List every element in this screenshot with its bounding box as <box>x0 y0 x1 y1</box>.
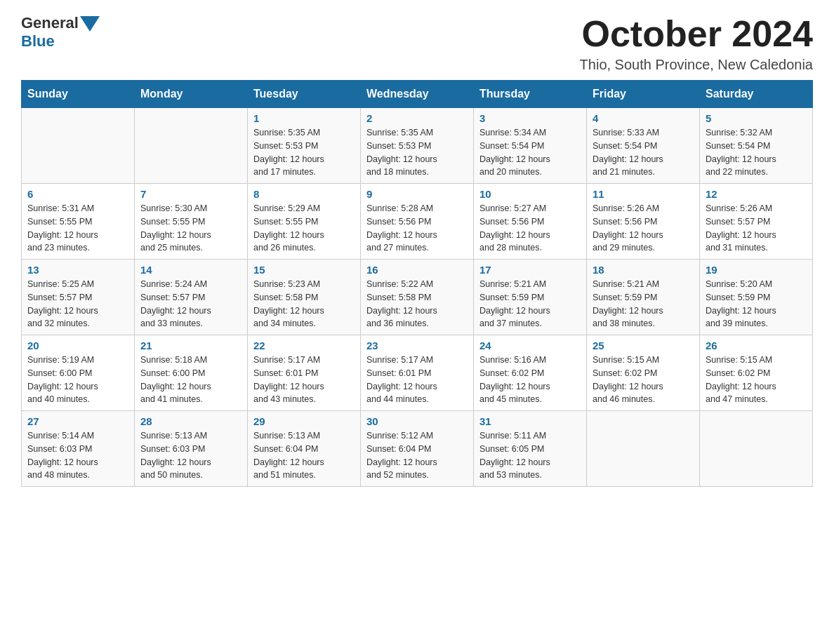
day-number: 13 <box>27 264 128 276</box>
calendar-cell: 27Sunrise: 5:14 AMSunset: 6:03 PMDayligh… <box>22 411 135 487</box>
calendar-cell: 24Sunrise: 5:16 AMSunset: 6:02 PMDayligh… <box>474 335 587 411</box>
day-info: Sunrise: 5:31 AMSunset: 5:55 PMDaylight:… <box>27 202 128 255</box>
day-info: Sunrise: 5:27 AMSunset: 5:56 PMDaylight:… <box>479 202 581 255</box>
calendar-cell <box>22 108 135 184</box>
calendar-cell: 10Sunrise: 5:27 AMSunset: 5:56 PMDayligh… <box>474 184 587 260</box>
weekday-header-saturday: Saturday <box>700 81 813 108</box>
calendar-cell: 5Sunrise: 5:32 AMSunset: 5:54 PMDaylight… <box>700 108 813 184</box>
day-number: 5 <box>706 112 807 124</box>
calendar-cell: 1Sunrise: 5:35 AMSunset: 5:53 PMDaylight… <box>248 108 361 184</box>
day-number: 12 <box>706 188 807 200</box>
day-info: Sunrise: 5:20 AMSunset: 5:59 PMDaylight:… <box>706 278 807 330</box>
day-info: Sunrise: 5:17 AMSunset: 6:01 PMDaylight:… <box>366 354 468 406</box>
day-info: Sunrise: 5:21 AMSunset: 5:59 PMDaylight:… <box>479 278 581 330</box>
day-info: Sunrise: 5:16 AMSunset: 6:02 PMDaylight:… <box>479 354 581 406</box>
calendar-cell: 23Sunrise: 5:17 AMSunset: 6:01 PMDayligh… <box>361 335 474 411</box>
location-title: Thio, South Province, New Caledonia <box>580 57 813 73</box>
weekday-header-monday: Monday <box>135 81 248 108</box>
day-number: 27 <box>27 415 128 427</box>
logo-blue-text: Blue <box>21 32 55 51</box>
day-info: Sunrise: 5:25 AMSunset: 5:57 PMDaylight:… <box>27 278 128 330</box>
day-number: 24 <box>479 340 581 351</box>
day-info: Sunrise: 5:34 AMSunset: 5:54 PMDaylight:… <box>479 126 581 179</box>
weekday-header-row: SundayMondayTuesdayWednesdayThursdayFrid… <box>22 81 813 108</box>
day-info: Sunrise: 5:33 AMSunset: 5:54 PMDaylight:… <box>593 126 694 179</box>
day-info: Sunrise: 5:26 AMSunset: 5:56 PMDaylight:… <box>593 202 694 255</box>
calendar-cell: 26Sunrise: 5:15 AMSunset: 6:02 PMDayligh… <box>700 335 813 411</box>
day-number: 10 <box>479 188 581 200</box>
day-number: 20 <box>27 340 128 351</box>
calendar-cell: 21Sunrise: 5:18 AMSunset: 6:00 PMDayligh… <box>135 335 248 411</box>
day-number: 6 <box>27 188 128 200</box>
logo-triangle-icon <box>80 16 100 32</box>
calendar-cell: 15Sunrise: 5:23 AMSunset: 5:58 PMDayligh… <box>248 260 361 335</box>
calendar-cell: 29Sunrise: 5:13 AMSunset: 6:04 PMDayligh… <box>248 411 361 487</box>
day-info: Sunrise: 5:15 AMSunset: 6:02 PMDaylight:… <box>706 354 807 406</box>
day-number: 19 <box>706 264 807 276</box>
calendar-week-row: 1Sunrise: 5:35 AMSunset: 5:53 PMDaylight… <box>22 108 813 184</box>
calendar-body: 1Sunrise: 5:35 AMSunset: 5:53 PMDaylight… <box>22 108 813 487</box>
day-number: 18 <box>593 264 694 276</box>
day-info: Sunrise: 5:26 AMSunset: 5:57 PMDaylight:… <box>706 202 807 255</box>
day-number: 7 <box>140 188 241 200</box>
day-info: Sunrise: 5:13 AMSunset: 6:03 PMDaylight:… <box>140 429 241 482</box>
day-info: Sunrise: 5:28 AMSunset: 5:56 PMDaylight:… <box>366 202 468 255</box>
day-info: Sunrise: 5:17 AMSunset: 6:01 PMDaylight:… <box>253 354 355 406</box>
calendar-cell: 14Sunrise: 5:24 AMSunset: 5:57 PMDayligh… <box>135 260 248 335</box>
weekday-header-tuesday: Tuesday <box>248 81 361 108</box>
day-number: 30 <box>366 415 468 427</box>
calendar-table: SundayMondayTuesdayWednesdayThursdayFrid… <box>21 80 813 487</box>
calendar-cell: 3Sunrise: 5:34 AMSunset: 5:54 PMDaylight… <box>474 108 587 184</box>
calendar-cell: 9Sunrise: 5:28 AMSunset: 5:56 PMDaylight… <box>361 184 474 260</box>
day-number: 26 <box>706 340 807 351</box>
weekday-header-thursday: Thursday <box>474 81 587 108</box>
day-number: 15 <box>253 264 355 276</box>
calendar-cell: 4Sunrise: 5:33 AMSunset: 5:54 PMDaylight… <box>587 108 700 184</box>
calendar-cell: 25Sunrise: 5:15 AMSunset: 6:02 PMDayligh… <box>587 335 700 411</box>
day-number: 25 <box>593 340 694 351</box>
day-info: Sunrise: 5:18 AMSunset: 6:00 PMDaylight:… <box>140 354 241 406</box>
day-info: Sunrise: 5:35 AMSunset: 5:53 PMDaylight:… <box>366 126 468 179</box>
day-number: 29 <box>253 415 355 427</box>
weekday-header-wednesday: Wednesday <box>361 81 474 108</box>
calendar-cell: 6Sunrise: 5:31 AMSunset: 5:55 PMDaylight… <box>22 184 135 260</box>
day-info: Sunrise: 5:14 AMSunset: 6:03 PMDaylight:… <box>27 429 128 482</box>
day-number: 9 <box>366 188 468 200</box>
calendar-cell: 20Sunrise: 5:19 AMSunset: 6:00 PMDayligh… <box>22 335 135 411</box>
calendar-cell: 19Sunrise: 5:20 AMSunset: 5:59 PMDayligh… <box>700 260 813 335</box>
logo: General Blue <box>21 14 100 51</box>
day-info: Sunrise: 5:24 AMSunset: 5:57 PMDaylight:… <box>140 278 241 330</box>
day-info: Sunrise: 5:15 AMSunset: 6:02 PMDaylight:… <box>593 354 694 406</box>
calendar-cell: 7Sunrise: 5:30 AMSunset: 5:55 PMDaylight… <box>135 184 248 260</box>
calendar-cell: 30Sunrise: 5:12 AMSunset: 6:04 PMDayligh… <box>361 411 474 487</box>
day-info: Sunrise: 5:21 AMSunset: 5:59 PMDaylight:… <box>593 278 694 330</box>
day-number: 22 <box>253 340 355 351</box>
header: General Blue October 2024 Thio, South Pr… <box>21 14 813 73</box>
calendar-cell: 13Sunrise: 5:25 AMSunset: 5:57 PMDayligh… <box>22 260 135 335</box>
weekday-header-friday: Friday <box>587 81 700 108</box>
day-number: 17 <box>479 264 581 276</box>
calendar-cell: 17Sunrise: 5:21 AMSunset: 5:59 PMDayligh… <box>474 260 587 335</box>
day-info: Sunrise: 5:19 AMSunset: 6:00 PMDaylight:… <box>27 354 128 406</box>
weekday-header-sunday: Sunday <box>22 81 135 108</box>
logo-general-text: General <box>21 14 79 32</box>
day-number: 23 <box>366 340 468 351</box>
day-number: 11 <box>593 188 694 200</box>
calendar-cell: 18Sunrise: 5:21 AMSunset: 5:59 PMDayligh… <box>587 260 700 335</box>
day-number: 8 <box>253 188 355 200</box>
calendar-week-row: 27Sunrise: 5:14 AMSunset: 6:03 PMDayligh… <box>22 411 813 487</box>
calendar-cell: 2Sunrise: 5:35 AMSunset: 5:53 PMDaylight… <box>361 108 474 184</box>
day-number: 16 <box>366 264 468 276</box>
calendar-cell: 31Sunrise: 5:11 AMSunset: 6:05 PMDayligh… <box>474 411 587 487</box>
month-title: October 2024 <box>580 14 813 54</box>
day-number: 1 <box>253 112 355 124</box>
day-info: Sunrise: 5:22 AMSunset: 5:58 PMDaylight:… <box>366 278 468 330</box>
day-info: Sunrise: 5:11 AMSunset: 6:05 PMDaylight:… <box>479 429 581 482</box>
day-number: 28 <box>140 415 241 427</box>
calendar-week-row: 20Sunrise: 5:19 AMSunset: 6:00 PMDayligh… <box>22 335 813 411</box>
day-number: 2 <box>366 112 468 124</box>
calendar-cell: 8Sunrise: 5:29 AMSunset: 5:55 PMDaylight… <box>248 184 361 260</box>
calendar-cell <box>587 411 700 487</box>
day-info: Sunrise: 5:35 AMSunset: 5:53 PMDaylight:… <box>253 126 355 179</box>
calendar-cell <box>135 108 248 184</box>
